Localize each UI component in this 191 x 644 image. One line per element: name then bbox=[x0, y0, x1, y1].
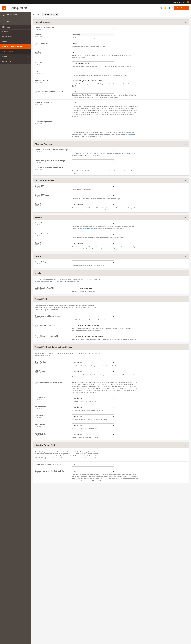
form-row-enable-qa: Enable Q&A (Store View) YesNo Enable the… bbox=[33, 183, 189, 192]
section-gallery-header[interactable]: Gallery ⊖ bbox=[33, 254, 189, 259]
sidebar-config-sales-label: SALES bbox=[2, 41, 7, 42]
product-ratings-url-input[interactable] bbox=[72, 324, 114, 327]
asin-attr-hint: Amazon Standard Identification Number bbox=[72, 437, 138, 439]
section-reviews-header[interactable]: Reviews ⊖ bbox=[33, 215, 189, 220]
sidebar-config-advanced[interactable]: ADVANCED ▾ bbox=[0, 59, 31, 64]
enable-capture-select[interactable]: YesNo bbox=[72, 148, 114, 152]
field-label-sub: (Store View) bbox=[35, 363, 70, 364]
enable-reviews-teaser-select[interactable]: YesNo bbox=[72, 232, 114, 236]
enable-reviews-select[interactable]: YesNo bbox=[72, 222, 114, 225]
enable-historical-feed-select[interactable]: YesNo bbox=[72, 463, 114, 466]
product-feed-submission-url-input[interactable] bbox=[72, 334, 114, 338]
section-product-feed-attributes-header[interactable]: Product Feed - Attributes and Identifica… bbox=[33, 344, 189, 350]
enable-social-commerce-select[interactable]: YesNo bbox=[72, 26, 114, 30]
use-child-sku-select[interactable]: NoYes bbox=[72, 90, 114, 94]
field-label-sub: (Store View) bbox=[35, 187, 70, 188]
field-label-isbn-attr: ISBN Attribute bbox=[35, 406, 70, 408]
ean-attr-select[interactable]: Not Defined bbox=[72, 414, 114, 418]
form-row-enable-historical-feed: Enable Automated Feed Submission (Store … bbox=[33, 462, 189, 468]
system-messages-link[interactable]: System Messages bbox=[173, 1, 185, 3]
store-view-select[interactable]: Default Config bbox=[42, 13, 58, 16]
section-product-feed: Product Feed ⊖ On a nightly basis, Magen… bbox=[33, 296, 189, 342]
form-row-enable-reviews-teaser: Enable Reviews Teaser (Store View) YesNo… bbox=[33, 231, 189, 240]
sidebar-config-sales[interactable]: SALES ▾ bbox=[0, 39, 31, 44]
setup-type-qa-select[interactable]: Static EmbedDynamic EmbedOverlay bbox=[72, 203, 114, 206]
version-input[interactable] bbox=[72, 50, 114, 54]
sidebar-config-catalog[interactable]: CATALOG ▾ bbox=[0, 30, 31, 34]
field-label-brand-attr: Brand Attribute bbox=[35, 361, 70, 363]
section-reviews-body: Enable Reviews (Store View) YesNo Enable… bbox=[33, 220, 189, 251]
custom-config-textarea[interactable] bbox=[72, 120, 138, 131]
image-store-base-input[interactable] bbox=[72, 79, 114, 82]
sidebar-config-general[interactable]: GENERAL ▾ bbox=[0, 25, 31, 30]
site-key-input[interactable] bbox=[72, 33, 114, 36]
field-label-sub: (Store View) bbox=[35, 383, 70, 384]
section-qa-header[interactable]: Questions & Answers ⊖ bbox=[33, 178, 189, 183]
enable-gallery-select[interactable]: YesNo bbox=[72, 260, 114, 264]
enable-capture-hint: Customers will be shown a list of produc… bbox=[72, 152, 138, 156]
section-historical-orders-header[interactable]: Historical Orders Feed ⊖ bbox=[33, 442, 189, 448]
asin-attr-select[interactable]: Not Defined bbox=[72, 432, 114, 436]
search-icon[interactable]: 🔍 bbox=[160, 6, 162, 9]
help-icon[interactable]: ❓ bbox=[59, 14, 61, 15]
field-label-site-key: Site Key bbox=[35, 34, 70, 35]
save-config-button[interactable]: Save Config bbox=[174, 6, 189, 10]
section-mobile-title: Mobile bbox=[35, 272, 41, 274]
field-label-sub: (Store View) bbox=[35, 29, 70, 30]
enable-sso-select[interactable]: NoYes bbox=[72, 101, 114, 105]
enable-feed-submission-select[interactable]: YesNo bbox=[72, 315, 114, 318]
form-row-brand-attr: Brand Attribute (Store View) Not Defined… bbox=[33, 359, 189, 368]
field-label-sub: (Store View) bbox=[35, 326, 70, 328]
sidebar-config-turnto[interactable]: TURNTO SOCIAL COMMERCE ▴ bbox=[0, 44, 31, 49]
jan-attr-select[interactable]: Not Defined bbox=[72, 424, 114, 427]
sidebar-item-sales[interactable]: 💲 SALES ▾ bbox=[0, 18, 31, 25]
exclude-no-delivery-select[interactable]: NoYes bbox=[72, 470, 114, 473]
enable-qa-teaser-select[interactable]: YesNo bbox=[72, 194, 114, 197]
static-url-hint: Default is http://static.www.turntio.com… bbox=[72, 66, 138, 68]
field-label-sub: (Store View) bbox=[35, 408, 70, 409]
field-label-sub: (Store View) bbox=[35, 417, 70, 418]
field-label-enable-reviews-teaser: Enable Reviews Teaser bbox=[35, 233, 70, 235]
enable-qa-select[interactable]: YesNo bbox=[72, 184, 114, 188]
setup-type-reviews-hint: Type of presentation used for TurnTo Rev… bbox=[72, 246, 138, 250]
section-checkout-comments-header[interactable]: Checkout Comments ⊖ bbox=[33, 142, 189, 147]
section-checkout-comments-title: Checkout Comments bbox=[35, 143, 54, 145]
site-key-hint: Site Key from the turntio.com configurat… bbox=[72, 37, 138, 39]
isbn-attr-select[interactable]: Not Defined bbox=[72, 405, 114, 409]
sidebar-item-dashboard[interactable]: ⊞ DASHBOARD bbox=[0, 12, 31, 18]
sidebar-config-services[interactable]: SERVICES ▾ bbox=[0, 54, 31, 59]
enable-display-widget-select[interactable]: YesNo bbox=[72, 160, 114, 163]
user-menu-icon[interactable]: 👤 ▾ bbox=[168, 6, 172, 9]
url-input[interactable] bbox=[72, 70, 114, 74]
jan-attr-hint: Japanese Article Number (8 or 13 digit) bbox=[72, 428, 138, 430]
section-general-settings-header[interactable]: General Settings ⊖ bbox=[33, 20, 189, 25]
use-child-sku-hint: Default is 'No'. If set to 'No', the par… bbox=[72, 94, 138, 98]
columns-widget-input[interactable] bbox=[72, 166, 83, 170]
field-label-enable-qa: Enable Q&A bbox=[35, 185, 70, 187]
sidebar-config-customers[interactable]: CUSTOMERS ▾ bbox=[0, 34, 31, 39]
notifications-icon[interactable]: 🔔 bbox=[164, 6, 167, 9]
field-label-enable-capture: Enable Capture on Checkout Success Page bbox=[35, 149, 70, 151]
sidebar-config-turnto-config-label: Configuration bbox=[4, 51, 16, 52]
mobile-landing-title-input[interactable] bbox=[72, 287, 114, 290]
field-label-asin-attr: ASIN Attribute bbox=[35, 433, 70, 435]
form-row-upc-attr: UPC Attribute (Store View) Not Defined U… bbox=[33, 395, 189, 404]
field-label-enable-historical-feed: Enable Automated Feed Submission bbox=[35, 464, 70, 465]
field-label-sub: (Store View) bbox=[35, 337, 70, 338]
auth-key-input[interactable] bbox=[72, 42, 114, 45]
section-product-feed-header[interactable]: Product Feed ⊖ bbox=[33, 296, 189, 302]
sidebar-config-turnto-configuration[interactable]: Configuration bbox=[0, 49, 31, 54]
brand-attr-select[interactable]: Not Defined bbox=[72, 360, 114, 364]
upc-attr-select[interactable]: Not Defined bbox=[72, 396, 114, 400]
field-label-sub: (Store View) bbox=[35, 244, 70, 246]
sidebar-config-general-label: GENERAL bbox=[2, 26, 10, 28]
form-row-enable-social-commerce: Enable Social Commerce (Store View) YesN… bbox=[33, 25, 189, 32]
static-url-input[interactable] bbox=[72, 62, 114, 65]
section-mobile-header[interactable]: Mobile ⊖ bbox=[33, 270, 189, 276]
section-gallery-body: Enable Gallery (Store View) YesNo Enable… bbox=[33, 259, 189, 268]
form-row-enable-gallery: Enable Gallery (Store View) YesNo Enable… bbox=[33, 259, 189, 268]
field-label-sub: (Store View) bbox=[35, 472, 70, 473]
section-product-feed-body: On a nightly basis, Magento submits a pr… bbox=[33, 302, 189, 342]
setup-type-reviews-select[interactable]: Static EmbedDynamic EmbedOverlay bbox=[72, 242, 114, 245]
mpn-attr-select[interactable]: Not Defined bbox=[72, 370, 114, 373]
